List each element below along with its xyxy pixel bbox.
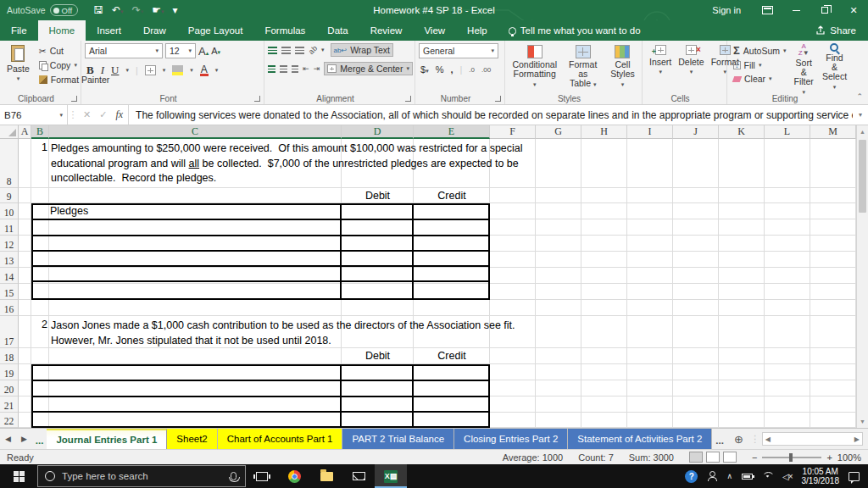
cancel-icon[interactable]: ✕ <box>83 109 91 120</box>
column-header[interactable]: M <box>810 125 856 139</box>
column-header[interactable]: G <box>536 125 581 139</box>
wifi-icon[interactable] <box>762 472 773 480</box>
row-header[interactable]: 11 <box>0 219 19 236</box>
journal-entry-table-2[interactable] <box>31 364 490 428</box>
row-header[interactable]: 14 <box>0 268 19 284</box>
column-header[interactable]: J <box>673 125 719 139</box>
ribbon-tab[interactable]: Review <box>359 20 414 41</box>
cell-b17-question-number[interactable]: 2 <box>31 319 47 330</box>
expand-formula-bar-icon[interactable]: ▾ <box>853 105 868 125</box>
shrink-font-button[interactable]: A▾ <box>211 46 220 56</box>
ribbon-tab[interactable]: Data <box>316 20 359 41</box>
mail-taskbar-button[interactable] <box>342 464 375 488</box>
excel-taskbar-button[interactable]: X▤ <box>375 464 407 488</box>
sheet-tab[interactable]: Sheet2 <box>167 429 217 449</box>
normal-view-icon[interactable] <box>689 452 703 463</box>
save-icon[interactable]: 🖫︎ <box>93 4 103 16</box>
top-align-icon[interactable] <box>268 47 277 54</box>
autosave-toggle[interactable]: AutoSave Off <box>7 4 78 16</box>
font-size-combobox[interactable]: 12▾ <box>165 43 196 58</box>
decrease-decimal-icon[interactable]: .00 <box>481 66 491 74</box>
vertical-scrollbar[interactable]: ▲ ▼ <box>856 125 868 428</box>
column-header[interactable]: L <box>765 125 810 139</box>
scroll-right-icon[interactable]: ▶ <box>854 435 860 443</box>
font-dialog-launcher[interactable] <box>254 96 260 102</box>
cell-b8-question-number[interactable]: 1 <box>31 141 47 153</box>
page-layout-view-icon[interactable] <box>706 452 720 463</box>
bottom-align-icon[interactable] <box>295 47 304 54</box>
find-select-button[interactable]: Find &Select ▾ <box>819 43 850 98</box>
page-break-view-icon[interactable] <box>723 452 737 463</box>
name-box[interactable]: B76▾ <box>0 105 68 125</box>
restore-button[interactable] <box>810 0 839 20</box>
row-header[interactable]: 21 <box>0 396 19 413</box>
scroll-up-icon[interactable]: ▲ <box>857 125 868 138</box>
close-button[interactable]: ✕ <box>839 0 868 20</box>
customize-qat-icon[interactable]: ▾ <box>172 4 177 16</box>
hidden-icons-chevron[interactable]: ∧ <box>726 472 732 480</box>
italic-button[interactable]: I <box>101 64 104 77</box>
next-sheet-icon[interactable]: ▶ <box>16 429 32 449</box>
chrome-taskbar-button[interactable] <box>278 464 310 488</box>
paste-dropdown-arrow[interactable]: ▾ <box>17 75 20 82</box>
cell-e18-credit-header[interactable]: Credit <box>414 348 490 363</box>
insert-function-icon[interactable]: fx <box>115 108 123 121</box>
new-sheet-icon[interactable]: ⊕ <box>727 429 750 449</box>
column-header[interactable]: F <box>490 125 536 139</box>
fill-color-icon[interactable] <box>172 65 183 75</box>
conditional-formatting-button[interactable]: ConditionalFormatting ▾ <box>509 43 560 91</box>
sheet-tab[interactable]: Closing Entries Part 2 <box>454 429 568 449</box>
cell-d18-debit-header[interactable]: Debit <box>342 348 414 363</box>
ribbon-tab[interactable]: Insert <box>86 20 132 41</box>
formula-bar-content[interactable]: The following services were donated to t… <box>129 105 853 125</box>
cell-styles-button[interactable]: CellStyles ▾ <box>605 43 640 91</box>
scroll-left-icon[interactable]: ◀ <box>765 435 771 443</box>
tell-me-box[interactable]: Tell me what you want to do <box>498 20 651 41</box>
volume-muted-icon[interactable]: ◁× <box>782 472 793 481</box>
horizontal-scrollbar[interactable]: ◀ ▶ <box>762 432 863 446</box>
ribbon-tab[interactable]: Formulas <box>253 20 316 41</box>
row-header[interactable]: 15 <box>0 284 19 300</box>
enter-icon[interactable]: ✓ <box>99 109 107 120</box>
row-header[interactable]: 17 <box>0 316 19 348</box>
row-header[interactable]: 16 <box>0 300 19 316</box>
journal-entry-table-1[interactable] <box>31 203 490 300</box>
ribbon-display-options-button[interactable] <box>753 0 782 20</box>
percent-format-button[interactable]: % <box>436 64 444 75</box>
file-explorer-taskbar-button[interactable] <box>310 464 342 488</box>
increase-indent-icon[interactable]: ⇥ <box>314 64 320 73</box>
action-center-icon[interactable] <box>849 472 860 481</box>
fill-button[interactable]: ↓Fill▾ <box>731 59 789 71</box>
sort-filter-button[interactable]: AZ▼ Sort &Filter ▾ <box>791 43 817 98</box>
collapse-ribbon-icon[interactable]: ⌃ <box>856 92 863 101</box>
help-icon[interactable]: ? <box>685 470 698 483</box>
minimize-button[interactable] <box>782 0 810 20</box>
more-sheets-left[interactable]: ... <box>32 429 47 449</box>
column-header[interactable]: I <box>627 125 673 139</box>
format-as-table-button[interactable]: Format asTable ▾ <box>560 43 605 91</box>
ribbon-tab[interactable]: Home <box>38 20 86 41</box>
touch-mode-icon[interactable]: ☛︎▾ <box>152 4 164 16</box>
underline-button[interactable]: U <box>111 64 119 77</box>
ribbon-tab[interactable]: File <box>0 20 38 41</box>
cell-d9-debit-header[interactable]: Debit <box>342 188 414 203</box>
undo-icon[interactable]: ↶▾ <box>112 4 124 16</box>
sheet-tab[interactable]: Journal Entries Part 1 <box>47 429 167 449</box>
battery-icon[interactable] <box>742 474 753 480</box>
align-right-icon[interactable] <box>292 65 299 73</box>
sign-in-button[interactable]: Sign in <box>700 5 753 15</box>
taskbar-clock[interactable]: 10:05 AM 3/19/2018 <box>802 467 840 485</box>
ribbon-tab[interactable]: Page Layout <box>177 20 254 41</box>
grow-font-button[interactable]: A▴ <box>198 45 209 58</box>
sheet-tab[interactable]: PART 2 Trial Balance <box>342 429 454 449</box>
clear-button[interactable]: Clear▾ <box>731 73 789 85</box>
autosum-button[interactable]: ΣAutoSum▾ <box>731 43 789 58</box>
people-icon[interactable] <box>707 471 717 481</box>
number-dialog-launcher[interactable] <box>495 96 501 102</box>
row-header[interactable]: 8 <box>0 139 19 188</box>
ribbon-tab[interactable]: View <box>413 20 456 41</box>
orientation-icon[interactable]: ab <box>307 44 319 56</box>
currency-format-button[interactable]: $▾ <box>420 64 429 75</box>
taskbar-search-box[interactable]: Type here to search <box>37 465 246 487</box>
delete-cells-button[interactable]: × Delete▾ <box>675 43 707 77</box>
